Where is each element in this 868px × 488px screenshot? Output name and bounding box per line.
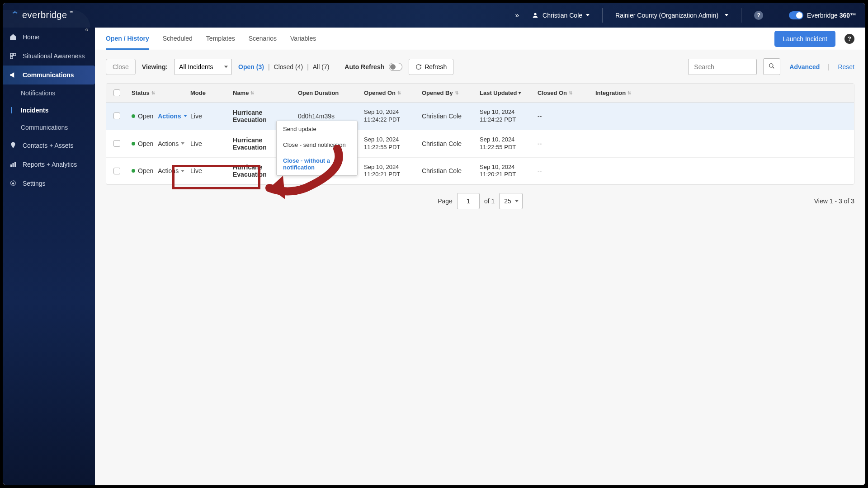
select-all-checkbox[interactable] [113, 89, 120, 96]
col-integration[interactable]: Integration⇅ [591, 84, 854, 102]
close-button[interactable]: Close [106, 59, 136, 75]
actions-dropdown: Send update Close - send notification Cl… [276, 121, 358, 176]
svg-rect-5 [13, 163, 14, 167]
sidebar-item-situational[interactable]: Situational Awareness [3, 47, 95, 66]
closed-on-cell: -- [533, 103, 591, 130]
svg-point-8 [769, 64, 773, 67]
dropdown-send-update[interactable]: Send update [277, 121, 357, 137]
topbar: everbridge ™ » Christian Cole Rainier Co… [3, 3, 865, 28]
user-menu[interactable]: Christian Cole [532, 12, 590, 19]
filter-all[interactable]: All (7) [313, 63, 330, 70]
sidebar-item-settings[interactable]: Settings [3, 174, 95, 193]
viewing-select[interactable]: All Incidents [174, 59, 232, 75]
row-checkbox[interactable] [113, 113, 120, 119]
sidebar-item-contacts[interactable]: Contacts + Assets [3, 136, 95, 155]
brand-360-toggle[interactable]: Everbridge 360™ [789, 11, 856, 19]
refresh-button[interactable]: Refresh [409, 59, 453, 75]
tab-variables[interactable]: Variables [290, 28, 316, 49]
help-icon[interactable]: ? [754, 11, 763, 20]
sidebar-sub-communications[interactable]: Communications [3, 119, 95, 136]
user-icon [532, 12, 539, 19]
mode-cell: Live [186, 158, 228, 185]
chevron-down-icon [181, 170, 184, 172]
tab-scenarios[interactable]: Scenarios [249, 28, 277, 49]
col-closed-on[interactable]: Closed On⇅ [533, 84, 591, 102]
actions-menu[interactable]: Actions [158, 167, 184, 174]
sidebar-item-reports[interactable]: Reports + Analytics [3, 155, 95, 174]
col-status[interactable]: Status⇅ [127, 84, 186, 102]
sidebar-sub-incidents[interactable]: Incidents [3, 102, 95, 119]
col-duration[interactable]: Open Duration [293, 84, 359, 102]
search-input[interactable] [688, 59, 757, 75]
brand-logo[interactable]: everbridge ™ [7, 10, 90, 20]
svg-point-0 [534, 13, 536, 15]
opened-on-cell: Sep 10, 2024 11:20:21 PDT [359, 158, 417, 185]
opened-by-cell: Christian Cole [417, 158, 475, 185]
filter-open[interactable]: Open (3) [238, 63, 264, 70]
sidebar-item-home[interactable]: Home [3, 28, 95, 47]
integration-cell [591, 158, 854, 185]
per-page-select[interactable]: 25 [499, 193, 523, 209]
svg-rect-3 [10, 56, 13, 59]
col-name[interactable]: Name⇅ [228, 84, 293, 102]
page-input[interactable] [457, 193, 480, 209]
search-icon [769, 63, 775, 69]
viewing-label: Viewing: [142, 63, 168, 70]
search-button[interactable] [763, 58, 780, 75]
mode-cell: Live [186, 103, 228, 130]
megaphone-icon [9, 71, 17, 79]
brand-name: everbridge [22, 10, 67, 20]
page-of: of 1 [484, 197, 495, 205]
auto-refresh-toggle[interactable] [389, 63, 402, 71]
status-text: Open [138, 167, 153, 174]
col-opened-by[interactable]: Opened By⇅ [417, 84, 475, 102]
closed-on-cell: -- [533, 158, 591, 185]
launch-incident-button[interactable]: Launch Incident [774, 31, 835, 47]
tab-open-history[interactable]: Open / History [106, 28, 149, 50]
sidebar-label: Reports + Analytics [23, 161, 77, 168]
row-checkbox[interactable] [113, 140, 120, 147]
svg-rect-1 [10, 53, 13, 56]
chevron-down-icon [181, 142, 184, 145]
actions-menu[interactable]: Actions [158, 140, 184, 147]
reset-link[interactable]: Reset [838, 63, 854, 70]
pin-icon [9, 141, 17, 150]
actions-menu[interactable]: Actions [158, 113, 187, 120]
opened-on-cell: Sep 10, 2024 11:22:55 PDT [359, 130, 417, 157]
brand-tm: ™ [70, 10, 74, 15]
filter-closed[interactable]: Closed (4) [274, 63, 303, 70]
dropdown-close-without[interactable]: Close - without a notification [277, 153, 357, 175]
brand-360-label: Everbridge 360™ [807, 12, 856, 19]
auto-refresh-label: Auto Refresh [344, 63, 384, 70]
user-name: Christian Cole [542, 12, 582, 19]
opened-by-cell: Christian Cole [417, 130, 475, 157]
row-checkbox[interactable] [113, 168, 120, 174]
caret-down-icon [725, 14, 728, 16]
col-mode[interactable]: Mode [186, 84, 228, 102]
sidebar: « Home Situational Awareness Communicati… [3, 28, 95, 485]
help-icon[interactable]: ? [844, 34, 854, 44]
opened-on-cell: Sep 10, 2024 11:24:22 PDT [359, 103, 417, 130]
org-menu[interactable]: Rainier County (Organization Admin) [615, 12, 728, 19]
tab-scheduled[interactable]: Scheduled [163, 28, 193, 49]
integration-cell [591, 103, 854, 130]
col-opened-on[interactable]: Opened On⇅ [359, 84, 417, 102]
advanced-link[interactable]: Advanced [789, 63, 820, 70]
expand-icon[interactable]: » [515, 11, 519, 19]
svg-rect-2 [14, 53, 16, 56]
status-dot-icon [132, 169, 135, 173]
home-icon [9, 33, 17, 41]
tab-templates[interactable]: Templates [206, 28, 235, 49]
sidebar-sub-notifications[interactable]: Notifications [3, 84, 95, 102]
sidebar-label: Communications [23, 71, 74, 79]
collapse-sidebar-icon[interactable]: « [85, 26, 93, 34]
refresh-icon [415, 64, 422, 70]
col-last-updated[interactable]: Last Updated▾ [475, 84, 533, 102]
tabs-row: Open / History Scheduled Templates Scena… [95, 28, 865, 50]
sidebar-item-communications[interactable]: Communications [3, 66, 95, 84]
dropdown-close-send[interactable]: Close - send notification [277, 137, 357, 153]
chart-icon [9, 160, 17, 169]
table-row: Open Actions Live Hurricane Evacuation 0… [106, 158, 854, 185]
view-range: View 1 - 3 of 3 [605, 197, 854, 205]
closed-on-cell: -- [533, 130, 591, 157]
